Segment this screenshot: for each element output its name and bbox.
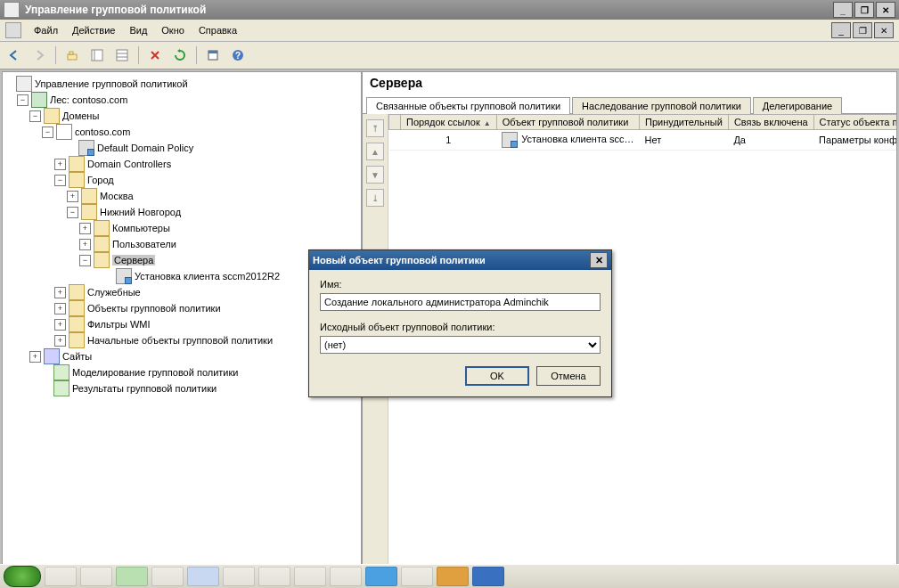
forward-button[interactable] — [29, 45, 50, 66]
menu-help[interactable]: Справка — [192, 23, 244, 37]
ou-icon — [94, 252, 110, 268]
svg-rect-8 — [208, 51, 217, 53]
svg-rect-0 — [68, 54, 77, 60]
tree-gpos[interactable]: Объекты групповой политики — [87, 303, 221, 314]
tree-nn[interactable]: Нижний Новгород — [100, 207, 181, 217]
taskbar-item[interactable] — [437, 567, 469, 586]
expand-toggle[interactable]: + — [54, 159, 66, 170]
back-button[interactable] — [4, 45, 25, 66]
menu-view[interactable]: Вид — [122, 23, 154, 37]
col-enforced[interactable]: Принудительный — [640, 115, 729, 130]
menu-window[interactable]: Окно — [154, 23, 192, 37]
taskbar-item[interactable] — [258, 567, 290, 586]
refresh-button[interactable] — [169, 45, 191, 66]
taskbar-item[interactable] — [116, 567, 148, 586]
mdi-minimize-button[interactable]: _ — [831, 22, 851, 38]
tree-domains[interactable]: Домены — [62, 110, 99, 121]
taskbar[interactable] — [0, 564, 899, 588]
taskbar-item[interactable] — [472, 567, 504, 586]
maximize-button[interactable]: ❐ — [854, 2, 874, 18]
table-row[interactable]: 1 Установка клиента scc… Нет Да Параметр… — [389, 130, 897, 151]
dialog-titlebar[interactable]: Новый объект групповой политики ✕ — [309, 250, 611, 270]
expand-toggle[interactable]: + — [54, 319, 66, 331]
taskbar-item[interactable] — [223, 567, 255, 586]
expand-toggle[interactable]: + — [54, 287, 66, 298]
expand-toggle[interactable]: − — [79, 255, 91, 266]
tree-servers[interactable]: Сервера — [112, 255, 155, 265]
move-down-button[interactable]: ▼ — [366, 166, 384, 184]
tree-domain[interactable]: contoso.com — [75, 127, 130, 137]
expand-toggle[interactable]: − — [29, 110, 41, 122]
taskbar-item[interactable] — [151, 567, 184, 586]
start-button[interactable] — [4, 566, 41, 587]
folder-icon — [69, 300, 85, 316]
move-up-button[interactable]: ▲ — [366, 143, 384, 160]
tree-results[interactable]: Результаты групповой политики — [72, 383, 217, 394]
tab-inheritance[interactable]: Наследование групповой политики — [572, 97, 751, 114]
expand-toggle[interactable]: + — [79, 223, 91, 234]
cell-link-enabled: Да — [728, 130, 813, 151]
expand-toggle[interactable]: − — [54, 175, 66, 186]
tree-forest[interactable]: Лес: contoso.com — [50, 94, 127, 105]
col-gpo-status[interactable]: Статус объекта п — [813, 115, 896, 130]
close-button[interactable]: ✕ — [876, 2, 895, 18]
expand-toggle[interactable]: + — [29, 351, 41, 363]
tree-moscow[interactable]: Москва — [100, 191, 134, 201]
mdi-restore-button[interactable]: ❐ — [853, 22, 872, 38]
tab-delegation[interactable]: Делегирование — [753, 97, 842, 114]
tree-city[interactable]: Город — [87, 175, 114, 185]
col-gpo[interactable]: Объект групповой политики — [496, 115, 639, 130]
expand-toggle[interactable]: − — [67, 207, 78, 218]
expand-toggle[interactable]: − — [17, 94, 29, 106]
tree-wmi[interactable]: Фильтры WMI — [87, 319, 151, 330]
gpmc-root-icon — [16, 76, 32, 92]
domain-icon — [56, 124, 72, 140]
tree-ddp[interactable]: Default Domain Policy — [97, 143, 193, 153]
col-link-enabled[interactable]: Связь включена — [728, 115, 813, 130]
taskbar-item[interactable] — [294, 567, 326, 586]
taskbar-item[interactable] — [401, 567, 433, 586]
minimize-button[interactable]: _ — [833, 2, 853, 18]
taskbar-item[interactable] — [365, 567, 397, 586]
source-gpo-select[interactable]: (нет) — [320, 336, 601, 354]
tree-users[interactable]: Пользователи — [112, 239, 176, 249]
help-button[interactable]: ? — [227, 45, 249, 66]
up-button[interactable] — [61, 45, 83, 66]
taskbar-item[interactable] — [187, 567, 219, 586]
dialog-close-button[interactable]: ✕ — [590, 252, 608, 268]
menu-file[interactable]: Файл — [27, 23, 65, 37]
expand-toggle[interactable]: + — [54, 303, 66, 314]
cancel-button[interactable]: Отмена — [536, 366, 601, 386]
properties-button[interactable] — [111, 45, 133, 66]
taskbar-item[interactable] — [80, 567, 112, 586]
gpo-name-input[interactable] — [320, 293, 601, 311]
tree-service[interactable]: Служебные — [87, 287, 141, 298]
tree-sccm[interactable]: Установка клиента sccm2012R2 — [135, 271, 280, 282]
tree-sites[interactable]: Сайты — [62, 351, 92, 362]
taskbar-item[interactable] — [45, 567, 77, 586]
expand-toggle[interactable]: + — [79, 239, 91, 250]
gpo-link-icon — [78, 140, 94, 156]
tree-dc[interactable]: Domain Controllers — [87, 159, 171, 169]
tab-linked-gpos[interactable]: Связанные объекты групповой политики — [366, 97, 570, 114]
tree-root[interactable]: Управление групповой политикой — [35, 78, 188, 89]
linked-gpo-table[interactable]: Порядок ссылок▲ Объект групповой политик… — [388, 114, 896, 151]
move-top-button[interactable]: ⤒ — [366, 119, 384, 137]
taskbar-item[interactable] — [330, 567, 362, 586]
col-link-order[interactable]: Порядок ссылок▲ — [401, 115, 497, 130]
new-window-button[interactable] — [202, 45, 224, 66]
expand-toggle[interactable]: + — [67, 191, 78, 202]
ou-icon — [69, 172, 85, 188]
expand-toggle[interactable]: + — [54, 335, 66, 347]
mdi-close-button[interactable]: ✕ — [874, 22, 894, 38]
show-tree-button[interactable] — [86, 45, 108, 66]
expand-toggle[interactable]: − — [42, 127, 53, 138]
move-bottom-button[interactable]: ⤓ — [366, 189, 384, 207]
delete-button[interactable] — [144, 45, 166, 66]
tree-modeling[interactable]: Моделирование групповой политики — [72, 367, 238, 378]
tree-starter[interactable]: Начальные объекты групповой политики — [87, 335, 273, 346]
tree-computers[interactable]: Компьютеры — [112, 223, 170, 233]
cell-enforced: Нет — [640, 130, 729, 151]
ok-button[interactable]: OK — [465, 366, 529, 386]
menu-action[interactable]: Действие — [65, 23, 122, 37]
